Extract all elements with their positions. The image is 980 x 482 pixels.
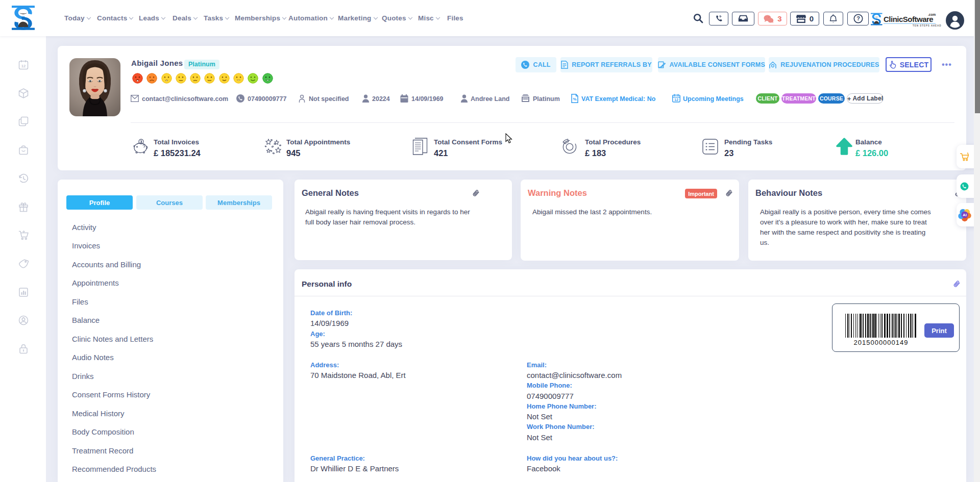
svg-text:AI: AI: [963, 213, 967, 217]
svg-text:ClinicSoftware: ClinicSoftware: [884, 15, 933, 23]
svg-text:?: ?: [856, 15, 860, 21]
svg-text:TEN STEPS AHEAD: TEN STEPS AHEAD: [913, 24, 941, 27]
svg-text:%: %: [573, 97, 576, 102]
svg-text:.com: .com: [928, 13, 936, 16]
svg-text:12: 12: [674, 98, 678, 102]
svg-text:12: 12: [21, 64, 26, 68]
